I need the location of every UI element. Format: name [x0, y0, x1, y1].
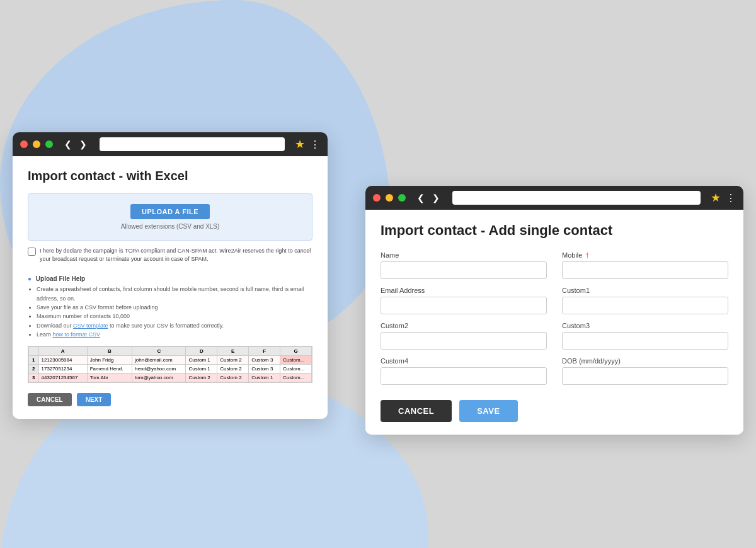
row1-g: Custom... [280, 355, 312, 364]
cancel-button[interactable]: CANCEL [381, 400, 452, 422]
row2-b: Famend Hend. [87, 364, 132, 373]
titlebar-1: ❮ ❯ ★ ⋮ [13, 132, 328, 156]
row2-d: Custom 1 [186, 364, 217, 373]
address-bar-1[interactable] [100, 137, 285, 151]
row2-c: hend@yahoo.com [132, 364, 186, 373]
input-custom2[interactable] [381, 332, 547, 350]
field-dob: DOB (mm/dd/yyyy) [562, 357, 728, 385]
window1-next-button[interactable]: NEXT [77, 393, 112, 406]
traffic-light-green-2[interactable] [398, 194, 406, 202]
col-header-f: F [249, 346, 280, 355]
nav-arrows-1: ❮ ❯ [62, 138, 89, 151]
field-name: Name [381, 251, 547, 279]
input-mobile[interactable] [562, 261, 728, 279]
titlebar-2: ❮ ❯ ★ ⋮ [365, 186, 743, 210]
field-mobile: Mobile † [562, 251, 728, 279]
field-email: Email Address [381, 287, 547, 314]
input-custom4[interactable] [381, 367, 547, 385]
browser-window-2: ❮ ❯ ★ ⋮ Import contact - Add single cont… [365, 186, 743, 435]
input-dob[interactable] [562, 367, 728, 385]
forward-button-2[interactable]: ❯ [430, 191, 442, 204]
contact-form: Name Mobile † Email Address C [381, 251, 728, 385]
label-custom1: Custom1 [562, 287, 728, 294]
nav-arrows-2: ❮ ❯ [415, 191, 442, 204]
traffic-light-red-2[interactable] [373, 194, 381, 202]
label-custom3: Custom3 [562, 322, 728, 329]
spreadsheet-row-3: 3 4432071234567 Tom Abr tom@yahoo.com Cu… [29, 373, 312, 382]
spreadsheet-row-2: 2 17327051234 Famend Hend. hend@yahoo.co… [29, 364, 312, 373]
terms-text: I here by declare the campaign is TCPA c… [40, 247, 312, 263]
spreadsheet-row-1: 1 12123005984 John Fridg john@email.com … [29, 355, 312, 364]
label-custom4: Custom4 [381, 357, 547, 365]
csv-template-link[interactable]: CSV template [73, 323, 108, 329]
row2-num: 2 [29, 364, 39, 373]
window1-title: Import contact - with Excel [28, 169, 312, 183]
forward-button-1[interactable]: ❯ [77, 138, 89, 151]
help-title: ● Upload File Help [28, 275, 312, 282]
window2-content: Import contact - Add single contact Name… [365, 210, 743, 435]
field-custom4: Custom4 [381, 357, 547, 385]
traffic-light-yellow-2[interactable] [386, 194, 393, 202]
window1-cancel-button[interactable]: CANCEL [28, 393, 72, 406]
help-section: ● Upload File Help Create a spreadsheet … [28, 275, 312, 339]
col-header-b: B [87, 346, 132, 355]
bookmark-icon-1[interactable]: ★ [295, 137, 305, 151]
row3-b: Tom Abr [87, 373, 132, 382]
label-email: Email Address [381, 287, 547, 294]
input-name[interactable] [381, 261, 547, 279]
spreadsheet-preview: A B C D E F G 1 12123005984 John Fridg j [28, 346, 312, 383]
row1-d: Custom 1 [186, 355, 217, 364]
help-list: Create a spreadsheet of contacts, first … [28, 285, 312, 339]
back-button-1[interactable]: ❮ [62, 138, 74, 151]
row1-a: 12123005984 [38, 355, 87, 364]
row2-f: Custom 3 [249, 364, 280, 373]
label-custom2: Custom2 [381, 322, 547, 329]
terms-checkbox-row: I here by declare the campaign is TCPA c… [28, 247, 312, 269]
col-header-a: A [38, 346, 87, 355]
row3-f: Custom 1 [249, 373, 280, 382]
help-item-1: Create a spreadsheet of contacts, first … [37, 285, 312, 303]
row3-c: tom@yahoo.com [132, 373, 186, 382]
row1-e: Custom 2 [217, 355, 249, 364]
row3-num: 3 [29, 373, 39, 382]
terms-checkbox[interactable] [28, 248, 36, 256]
col-header-e: E [217, 346, 249, 355]
upload-button[interactable]: UPLOAD A FILE [130, 204, 210, 219]
label-dob: DOB (mm/dd/yyyy) [562, 357, 728, 365]
row1-f: Custom 3 [249, 355, 280, 364]
col-header-c: C [132, 346, 186, 355]
help-item-2: Save your file as a CSV format before up… [37, 303, 312, 312]
row3-d: Custom 2 [186, 373, 217, 382]
window1-content: Import contact - with Excel UPLOAD A FIL… [13, 156, 328, 419]
spreadsheet-header-row: A B C D E F G [29, 346, 312, 355]
col-header-g: G [280, 346, 312, 355]
field-custom1: Custom1 [562, 287, 728, 314]
row1-c: john@email.com [132, 355, 186, 364]
field-custom3: Custom3 [562, 322, 728, 350]
label-name: Name [381, 251, 547, 259]
input-custom3[interactable] [562, 332, 728, 350]
row2-a: 17327051234 [38, 364, 87, 373]
window1-actions: CANCEL NEXT [28, 393, 312, 406]
format-csv-link[interactable]: how to format CSV [53, 331, 101, 338]
upload-area: UPLOAD A FILE Allowed extensions (CSV an… [28, 193, 312, 241]
window2-title: Import contact - Add single contact [381, 222, 728, 239]
traffic-light-red-1[interactable] [20, 140, 28, 148]
col-header-d: D [186, 346, 217, 355]
menu-icon-2[interactable]: ⋮ [726, 192, 736, 204]
menu-icon-1[interactable]: ⋮ [310, 139, 320, 151]
help-item-4: Download our CSV template to make sure y… [37, 321, 312, 330]
bookmark-icon-2[interactable]: ★ [711, 191, 721, 205]
upload-extensions: Allowed extensions (CSV and XLS) [38, 223, 302, 230]
col-header-num [29, 346, 39, 355]
input-custom1[interactable] [562, 297, 728, 314]
traffic-light-green-1[interactable] [45, 140, 53, 148]
input-email[interactable] [381, 297, 547, 314]
address-bar-2[interactable] [452, 191, 701, 205]
spreadsheet-table: A B C D E F G 1 12123005984 John Fridg j [28, 346, 312, 382]
row1-b: John Fridg [87, 355, 132, 364]
traffic-light-yellow-1[interactable] [33, 140, 40, 148]
back-button-2[interactable]: ❮ [415, 191, 427, 204]
browser-window-1: ❮ ❯ ★ ⋮ Import contact - with Excel UPLO… [13, 132, 328, 419]
save-button[interactable]: SAVE [459, 400, 517, 422]
